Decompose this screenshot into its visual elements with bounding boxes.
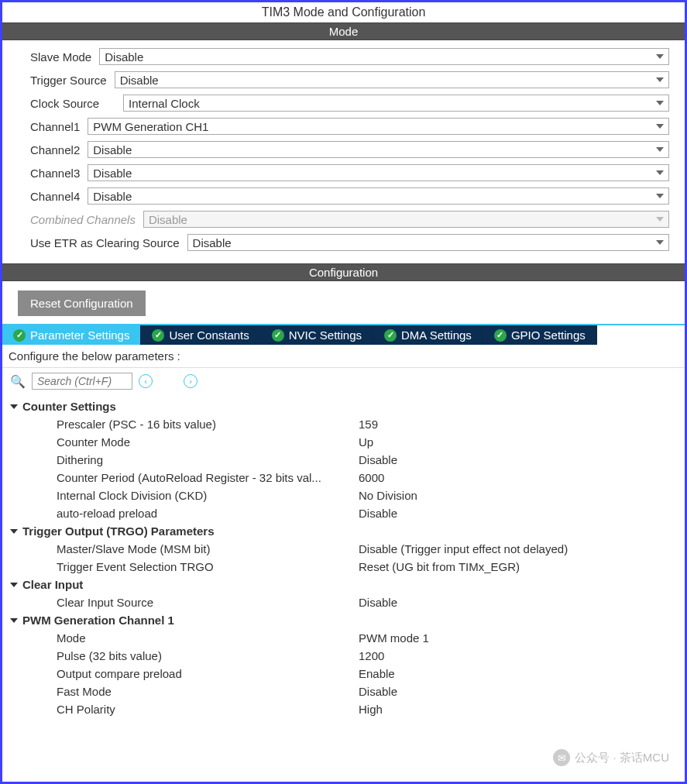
param-row[interactable]: Prescaler (PSC - 16 bits value)159 — [10, 415, 677, 433]
combined-channels-label: Combined Channels — [30, 213, 136, 226]
chevron-down-icon — [656, 217, 664, 222]
param-label: Dithering — [57, 453, 359, 466]
param-label: Internal Clock Division (CKD) — [57, 489, 359, 502]
trigger-source-select[interactable]: Disable — [115, 71, 669, 88]
param-label: CH Polarity — [57, 703, 359, 716]
param-row[interactable]: Output compare preloadEnable — [10, 665, 677, 683]
chevron-down-icon — [10, 404, 18, 409]
group-title: Clear Input — [22, 578, 83, 591]
param-value: PWM mode 1 — [359, 631, 677, 645]
trigger-source-label: Trigger Source — [30, 74, 107, 87]
param-row[interactable]: auto-reload preloadDisable — [10, 504, 677, 522]
channel4-select[interactable]: Disable — [88, 187, 669, 205]
chevron-down-icon — [656, 101, 664, 105]
channel3-value: Disable — [93, 167, 656, 180]
channel2-label: Channel2 — [30, 143, 80, 156]
check-icon: ✓ — [152, 329, 164, 342]
param-row[interactable]: CH PolarityHigh — [10, 700, 677, 718]
param-value: High — [359, 703, 677, 716]
configure-instruction: Configure the below parameters : — [2, 345, 685, 368]
section-header-mode: Mode — [2, 22, 685, 40]
mode-settings-block: Slave Mode Disable Trigger Source Disabl… — [2, 40, 685, 263]
use-etr-select[interactable]: Disable — [187, 234, 669, 251]
chevron-down-icon — [656, 54, 664, 59]
param-value: Disable — [359, 507, 677, 520]
param-label: Counter Period (AutoReload Register - 32… — [57, 471, 359, 484]
check-icon: ✓ — [494, 329, 507, 342]
group-title: Trigger Output (TRGO) Parameters — [22, 524, 215, 538]
param-value: Disable — [359, 596, 677, 609]
param-label: Master/Slave Mode (MSM bit) — [57, 542, 359, 555]
tab-gpio-settings[interactable]: ✓GPIO Settings — [483, 325, 597, 345]
use-etr-label: Use ETR as Clearing Source — [30, 236, 180, 249]
combined-channels-value: Disable — [149, 213, 656, 226]
slave-mode-value: Disable — [105, 50, 656, 64]
section-header-configuration: Configuration — [2, 263, 685, 281]
parameters-tree: Counter Settings Prescaler (PSC - 16 bit… — [2, 394, 685, 726]
param-label: auto-reload preload — [57, 507, 359, 520]
search-input[interactable] — [32, 373, 132, 390]
group-title: PWM Generation Channel 1 — [22, 614, 174, 627]
clock-source-label: Clock Source — [30, 97, 115, 110]
param-row[interactable]: DitheringDisable — [10, 451, 677, 469]
param-row[interactable]: Clear Input SourceDisable — [10, 593, 677, 611]
wechat-icon: ✉ — [553, 749, 570, 766]
param-value: Up — [359, 435, 677, 449]
check-icon: ✓ — [384, 329, 397, 342]
slave-mode-select[interactable]: Disable — [99, 48, 669, 65]
next-result-button[interactable]: › — [184, 374, 198, 388]
panel-title: TIM3 Mode and Configuration — [2, 2, 685, 22]
param-value: Disable (Trigger input effect not delaye… — [359, 542, 677, 555]
channel1-label: Channel1 — [30, 120, 80, 133]
group-counter-settings[interactable]: Counter Settings — [10, 397, 677, 415]
watermark: ✉ 公众号 · 茶话MCU — [553, 749, 669, 766]
reset-configuration-button[interactable]: Reset Configuration — [18, 291, 146, 316]
combined-channels-select: Disable — [143, 211, 669, 228]
param-row[interactable]: Pulse (32 bits value)1200 — [10, 647, 677, 665]
tab-dma-settings[interactable]: ✓DMA Settings — [373, 325, 483, 345]
chevron-down-icon — [656, 124, 664, 129]
chevron-down-icon — [656, 240, 664, 245]
channel4-value: Disable — [93, 190, 656, 203]
tab-user-constants[interactable]: ✓User Constants — [141, 325, 260, 345]
tab-label: Parameter Settings — [30, 328, 129, 342]
chevron-down-icon — [656, 170, 664, 175]
param-value: Disable — [359, 685, 677, 698]
chevron-down-icon — [656, 194, 664, 198]
param-row[interactable]: Trigger Event Selection TRGOReset (UG bi… — [10, 558, 677, 576]
tab-label: NVIC Settings — [289, 328, 362, 342]
check-icon: ✓ — [13, 329, 26, 342]
param-row[interactable]: Counter Period (AutoReload Register - 32… — [10, 469, 677, 487]
channel2-select[interactable]: Disable — [88, 141, 669, 158]
param-row[interactable]: Fast ModeDisable — [10, 683, 677, 700]
param-value: Disable — [359, 453, 677, 466]
tab-label: User Constants — [169, 328, 249, 342]
channel4-label: Channel4 — [30, 190, 80, 203]
channel1-value: PWM Generation CH1 — [93, 120, 656, 133]
chevron-down-icon — [10, 583, 18, 587]
param-row[interactable]: ModePWM mode 1 — [10, 629, 677, 647]
channel3-select[interactable]: Disable — [88, 164, 669, 181]
channel3-label: Channel3 — [30, 167, 80, 180]
group-pwm-ch1[interactable]: PWM Generation Channel 1 — [10, 611, 677, 629]
watermark-text: 公众号 · 茶话MCU — [575, 751, 669, 765]
param-row[interactable]: Counter ModeUp — [10, 433, 677, 451]
clock-source-select[interactable]: Internal Clock — [123, 95, 669, 112]
tab-label: GPIO Settings — [511, 328, 586, 342]
param-row[interactable]: Master/Slave Mode (MSM bit)Disable (Trig… — [10, 540, 677, 558]
tab-parameter-settings[interactable]: ✓Parameter Settings — [2, 325, 141, 345]
check-icon: ✓ — [272, 329, 284, 342]
param-value: 6000 — [359, 471, 677, 484]
channel2-value: Disable — [93, 143, 656, 156]
tab-label: DMA Settings — [401, 328, 472, 342]
search-icon: 🔍 — [10, 374, 26, 389]
group-clear-input[interactable]: Clear Input — [10, 576, 677, 593]
prev-result-button[interactable]: ‹ — [139, 374, 153, 388]
slave-mode-label: Slave Mode — [30, 50, 91, 64]
group-trgo[interactable]: Trigger Output (TRGO) Parameters — [10, 522, 677, 540]
param-label: Trigger Event Selection TRGO — [57, 560, 359, 573]
param-row[interactable]: Internal Clock Division (CKD)No Division — [10, 487, 677, 504]
tab-nvic-settings[interactable]: ✓NVIC Settings — [261, 325, 373, 345]
clock-source-value: Internal Clock — [129, 97, 656, 110]
channel1-select[interactable]: PWM Generation CH1 — [88, 118, 669, 135]
